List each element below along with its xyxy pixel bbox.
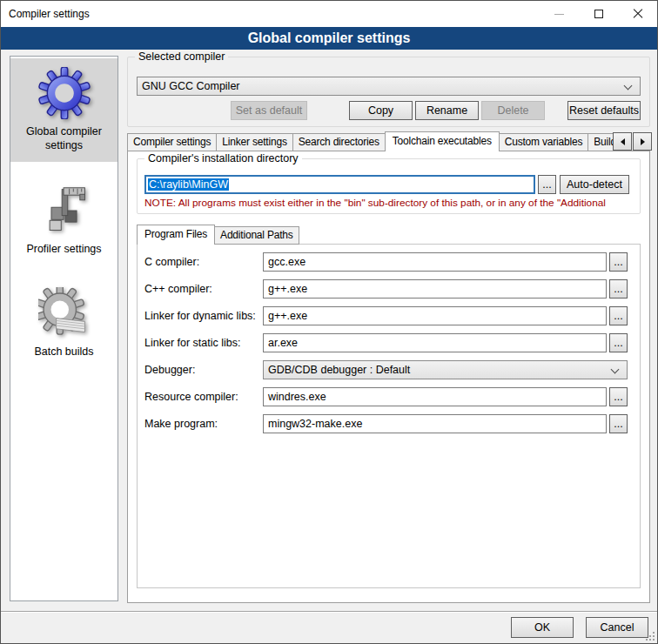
tab-search-directories[interactable]: Search directories [292,133,386,151]
window-title: Compiler settings [1,8,540,20]
auto-detect-button[interactable]: Auto-detect [560,175,629,194]
installation-directory-input[interactable]: C:\raylib\MinGW [144,175,535,194]
sidebar-item-global-compiler-settings[interactable]: Global compiler settings [10,58,118,162]
compiler-select-value: GNU GCC Compiler [142,80,240,92]
resource-compiler-input[interactable]: windres.exe [263,387,607,406]
selected-compiler-group: Selected compiler GNU GCC Compiler Set a… [127,57,650,127]
tab-scroll-buttons [612,132,657,151]
cplusplus-compiler-browse-button[interactable]: ... [609,279,628,299]
debugger-select-value: GDB/CDB debugger : Default [268,364,410,376]
program-files-subtabstrip: Program FilesAdditional Paths [137,225,299,245]
sidebar-item-label: Profiler settings [26,242,101,256]
installation-directory-group: Compiler's installation directory C:\ray… [137,158,641,214]
field-row-c-compiler: C compiler:gcc.exe... [144,252,628,272]
make-program-label: Make program: [144,418,263,430]
rename-button[interactable]: Rename [415,101,479,120]
right-arrow-icon [641,138,648,145]
titlebar: Compiler settings [1,1,657,27]
footer-divider [1,611,657,613]
tab-scroll-left-button[interactable] [613,132,632,151]
copy-button[interactable]: Copy [349,101,413,120]
blue-gear-icon [37,66,91,120]
field-row-linker-for-dynamic-libs: Linker for dynamic libs:g++.exe... [144,306,628,325]
chevron-down-icon [611,366,620,374]
close-button[interactable] [618,1,657,27]
sidebar-item-label: Batch builds [34,345,93,359]
linker-for-static-libs-browse-button[interactable]: ... [609,333,628,352]
cancel-button[interactable]: Cancel [586,617,648,638]
minimize-button [540,1,579,27]
caliper-icon [37,184,91,238]
sidebar-item-batch-builds[interactable]: Batch builds [10,278,118,367]
debugger-select[interactable]: GDB/CDB debugger : Default [263,360,628,379]
c-compiler-browse-button[interactable]: ... [609,252,628,272]
close-icon [633,9,643,19]
linker-for-static-libs-label: Linker for static libs: [144,337,263,349]
c-compiler-input[interactable]: gcc.exe [263,252,607,272]
field-row-make-program: Make program:mingw32-make.exe... [144,414,628,433]
tab-toolchain-executables[interactable]: Toolchain executables [385,131,500,151]
resource-compiler-browse-button[interactable]: ... [609,387,628,406]
field-row-linker-for-static-libs: Linker for static libs:ar.exe... [144,333,628,352]
c-compiler-label: C compiler: [144,256,263,268]
tab-linker-settings[interactable]: Linker settings [216,133,292,151]
resize-grip[interactable] [646,632,655,641]
selected-compiler-group-label: Selected compiler [135,50,228,63]
installation-directory-group-label: Compiler's installation directory [144,152,302,164]
field-row-debugger: Debugger:GDB/CDB debugger : Default [144,360,628,379]
toolchain-executables-panel: Compiler's installation directory C:\ray… [127,151,650,603]
chevron-down-icon [624,82,633,91]
installation-directory-selected-text: C:\raylib\MinGW [148,178,229,191]
sidebar-item-profiler-settings[interactable]: Profiler settings [10,176,118,265]
installation-directory-row: C:\raylib\MinGW ... Auto-detect [144,175,629,194]
tab-custom-variables[interactable]: Custom variables [499,133,589,151]
linker-for-dynamic-libs-input[interactable]: g++.exe [263,306,607,325]
set-as-default-button: Set as default [231,101,307,120]
linker-for-static-libs-input[interactable]: ar.exe [263,333,607,352]
ok-button[interactable]: OK [511,617,574,638]
minimize-icon [554,14,564,15]
gray-gear-stack-icon [37,286,91,340]
make-program-input[interactable]: mingw32-make.exe [263,414,607,433]
resource-compiler-label: Resource compiler: [144,391,263,403]
page-title: Global compiler settings [1,27,657,50]
maximize-icon [594,10,603,18]
maximize-button[interactable] [579,1,618,27]
linker-for-dynamic-libs-label: Linker for dynamic libs: [144,310,263,322]
field-row-cplusplus-compiler: C++ compiler:g++.exe... [144,279,628,299]
program-files-panel: C compiler:gcc.exe...C++ compiler:g++.ex… [137,244,641,588]
delete-button: Delete [481,101,545,120]
cplusplus-compiler-label: C++ compiler: [144,283,263,295]
compiler-settings-dialog: Compiler settings Global compiler settin… [0,0,658,644]
field-row-resource-compiler: Resource compiler:windres.exe... [144,387,628,406]
bin-subdirectory-note: NOTE: All programs must exist either in … [144,197,639,209]
tab-scroll-right-button[interactable] [633,132,652,151]
compiler-select[interactable]: GNU GCC Compiler [137,77,641,96]
left-arrow-icon [617,138,625,145]
sidebar-item-label: Global compiler settings [13,124,115,153]
subtab-program-files[interactable]: Program Files [137,225,215,245]
compiler-actions: Set as defaultCopyRenameDeleteReset defa… [231,101,641,120]
installation-directory-browse-button[interactable]: ... [538,175,556,194]
cplusplus-compiler-input[interactable]: g++.exe [263,279,607,299]
make-program-browse-button[interactable]: ... [609,414,628,433]
subtab-additional-paths[interactable]: Additional Paths [214,226,299,245]
reset-defaults-button[interactable]: Reset defaults [567,101,641,120]
tab-compiler-settings[interactable]: Compiler settings [127,133,217,151]
settings-category-list: Global compiler settingsProfiler setting… [10,56,118,601]
settings-tabstrip: Compiler settingsLinker settingsSearch d… [127,131,650,151]
linker-for-dynamic-libs-browse-button[interactable]: ... [609,306,628,325]
debugger-label: Debugger: [144,364,263,376]
